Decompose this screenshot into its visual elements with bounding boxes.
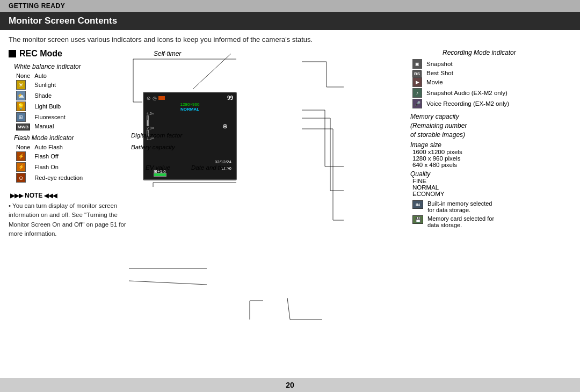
screen-resolution: 1280×960 <box>144 102 236 107</box>
flash-mode-label: Flash Mode indicator <box>14 134 127 142</box>
screen-top-icons: ⊙ ◷ <box>147 96 165 101</box>
screen-shot-count: 99 <box>227 95 233 101</box>
fluorescent-icon: ⊞ <box>16 112 26 122</box>
note-right-arrows: ◀◀◀ <box>44 192 57 199</box>
quality-section: Quality FINE NORMAL ECONOMY <box>410 170 571 197</box>
ev-value-label: EV value <box>146 164 170 171</box>
flash-row-on: ⚡ Flash On <box>14 162 85 172</box>
zoom-fill <box>147 120 148 126</box>
getting-ready-header: GETTING READY <box>0 0 580 12</box>
flash-row-off: ⚡ Flash Off <box>14 151 85 162</box>
black-square-icon <box>9 50 16 57</box>
quality-values: FINE NORMAL ECONOMY <box>412 178 571 197</box>
flash-row-none: None Auto Flash <box>14 143 85 151</box>
flash-mode-section: Flash Mode indicator None Auto Flash ⚡ F… <box>14 134 127 183</box>
recording-mode-indicator-label: Recording Mode indicator <box>443 49 571 56</box>
flash-on-icon: ⚡ <box>16 162 26 172</box>
page-number-bar: 20 <box>0 378 580 392</box>
quality-fine: FINE <box>412 178 571 184</box>
screen-mode: NORMAL <box>144 107 236 112</box>
snapshot-icon: ▣ <box>412 59 422 69</box>
rec-row-snapshot-audio: ♪ Snapshot Audio (EX-M2 only) <box>410 88 511 98</box>
wb-row-fluorescent: ⊞ Fluorescent <box>14 112 68 122</box>
self-timer-label: Self-timer <box>154 50 181 57</box>
movie-icon: ▶ <box>412 77 422 87</box>
mwb-icon: MWB <box>16 124 30 130</box>
zoom-bar <box>147 115 149 126</box>
note-box: ▶▶▶ NOTE ◀◀◀ • You can turn display of m… <box>9 190 127 241</box>
storage-row-builtin: IN Built-in memory selectedfor data stor… <box>410 199 496 214</box>
voice-recording-icon: 🎤 <box>412 99 422 108</box>
screen-cursor: ⊕ <box>222 122 228 130</box>
bestshot-icon: BS <box>412 70 422 77</box>
quality-economy: ECONOMY <box>412 191 571 197</box>
page-number: 20 <box>286 381 294 389</box>
image-size-640: 640 x 480 pixels <box>412 162 571 168</box>
note-body: • You can turn display of monitor screen… <box>9 201 127 238</box>
rec-row-voice: 🎤 Voice Recording (EX-M2 only) <box>410 98 511 109</box>
note-left-arrows: ▶▶▶ <box>10 192 23 199</box>
memory-capacity-section: Memory capacity (Remaining number of sto… <box>410 112 571 139</box>
memory-card-icon: 💾 <box>412 215 423 224</box>
right-column: Recording Mode indicator ▣ Snapshot BS B… <box>405 49 571 241</box>
shade-icon: ⛅ <box>16 91 26 100</box>
wb-row-bulb: 💡 Light Bulb <box>14 101 68 112</box>
battery-bar <box>154 173 166 177</box>
screen-icon-camera: ⊙ <box>147 96 151 101</box>
left-column: REC Mode White balance indicator None Au… <box>9 49 127 241</box>
image-size-1600: 1600 x1200 pixels <box>412 149 571 155</box>
screen-date: 02/12/24 <box>215 159 231 164</box>
wb-row-none: None Auto <box>14 72 68 79</box>
sunlight-icon: ☀ <box>16 80 26 90</box>
recording-modes-table: ▣ Snapshot BS Best Shot ▶ Movie <box>410 59 511 109</box>
middle-column: Self-timer ⊙ ◷ 99 1280×960 <box>127 49 405 241</box>
flash-row-redeye: ⊙ Red-eye reduction <box>14 172 85 183</box>
screen-flash-indicator <box>158 96 165 100</box>
builtin-memory-icon: IN <box>412 200 423 209</box>
quality-label: Quality <box>410 170 571 178</box>
bulb-icon: 💡 <box>16 101 26 111</box>
storage-row-card: 💾 Memory card selected fordata storage. <box>410 214 496 229</box>
white-balance-section: White balance indicator None Auto ☀ Sunl… <box>14 63 127 130</box>
section-title-bar: Monitor Screen Contents <box>0 12 580 30</box>
memory-capacity-label: Memory capacity (Remaining number of sto… <box>410 112 571 139</box>
screen-battery <box>154 170 166 178</box>
image-size-label: Image size <box>410 141 571 149</box>
page-container: GETTING READY Monitor Screen Contents Th… <box>0 0 580 392</box>
note-title-text: NOTE <box>25 192 42 199</box>
header-label: GETTING READY <box>9 2 65 10</box>
white-balance-table: None Auto ☀ Sunlight ⛅ Shade <box>14 72 68 130</box>
storage-table: IN Built-in memory selectedfor data stor… <box>410 199 496 229</box>
rec-mode-label: REC Mode <box>19 49 62 59</box>
image-size-1280: 1280 x 960 pixels <box>412 155 571 162</box>
flash-off-icon: ⚡ <box>16 151 26 161</box>
zoom-2x: 2.0× <box>147 126 154 130</box>
white-balance-label: White balance indicator <box>14 63 127 70</box>
rec-row-movie: ▶ Movie <box>410 77 511 88</box>
image-size-values: 1600 x1200 pixels 1280 x 960 pixels 640 … <box>412 149 571 168</box>
wb-row-sunlight: ☀ Sunlight <box>14 79 68 90</box>
rec-mode-title: REC Mode <box>9 49 127 59</box>
screen-resolution-area: 1280×960 NORMAL <box>144 102 236 112</box>
date-time-label: Date and time <box>191 164 230 171</box>
wb-row-shade: ⛅ Shade <box>14 90 68 101</box>
wb-row-manual: MWB Manual <box>14 122 68 130</box>
rec-row-bestshot: BS Best Shot <box>410 69 511 77</box>
quality-normal: NORMAL <box>412 184 571 191</box>
svg-line-20 <box>129 281 207 285</box>
image-size-section: Image size 1600 x1200 pixels 1280 x 960 … <box>410 141 571 168</box>
rec-row-snapshot: ▣ Snapshot <box>410 59 511 69</box>
digital-zoom-label: Digital zoom factor <box>131 132 182 139</box>
flash-mode-table: None Auto Flash ⚡ Flash Off ⚡ Flash On <box>14 143 85 183</box>
redeye-icon: ⊙ <box>16 173 26 183</box>
svg-line-24 <box>287 298 290 320</box>
main-content: REC Mode White balance indicator None Au… <box>0 49 580 241</box>
section-title: Monitor Screen Contents <box>9 16 117 26</box>
note-title: ▶▶▶ NOTE ◀◀◀ <box>9 192 127 199</box>
intro-text: The monitor screen uses various indicato… <box>0 30 580 47</box>
snapshot-audio-icon: ♪ <box>412 88 422 98</box>
battery-capacity-label: Battery capacity <box>131 144 175 150</box>
zoom-4x: 4.0× <box>147 112 154 115</box>
screen-icon-timer: ◷ <box>153 96 157 101</box>
